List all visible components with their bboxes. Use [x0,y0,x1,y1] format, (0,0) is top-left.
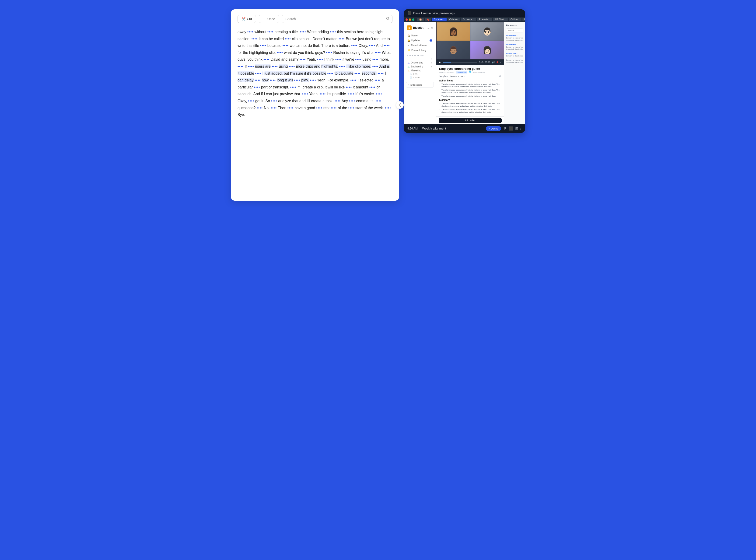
tab-home[interactable]: 🏠 [417,18,424,21]
dot-separator: •••• [285,37,291,41]
comment-body-3: Contrary to classical se [506,55,523,57]
dot-separator: •••• [320,92,326,96]
collection-ppc[interactable]: 📄 PPC [406,73,434,76]
dot-separator: •••• [252,37,258,41]
dot-separator: •••• [289,64,295,68]
dot-separator: •••• [375,99,381,103]
dot-separator: •••• [335,57,341,61]
collection-onboarding[interactable]: ☁ Onboarding ▸ [406,61,434,65]
left-panel: ✂️ Cut ← Undo [231,9,399,201]
document-tag: Onboarding [456,71,467,74]
toolbar: ✂️ Cut ← Undo [238,15,393,23]
expand-arrow: ▸ [431,62,432,64]
progress-fill [443,62,451,62]
tab-collide[interactable]: Collide... [509,18,521,21]
search-wrapper [282,15,393,23]
bottom-controls: Active 🎙 ⬛ ⊞ › [486,126,521,131]
app-name: Bluedot [413,26,423,29]
undo-icon: ← [263,17,266,21]
tab-lpbluet[interactable]: LP Bluet... [493,18,508,21]
tab-screen[interactable]: Screen s... [461,18,476,21]
dot-separator: •••• [348,92,354,96]
tab-bookmark[interactable]: 🔖 [425,18,431,21]
collection-content[interactable]: 📄 Content [406,76,434,79]
chevron-down-icon[interactable]: ▾ [464,75,465,78]
person-3: 👨🏽 [437,41,470,59]
highlight-text: I [262,72,263,75]
expand-video-icon[interactable]: ⤢ [500,61,502,63]
updates-icon: 🔔 [407,39,410,42]
add-collection-icon[interactable]: + [431,58,432,60]
highlight-text: long it will [277,78,293,82]
tab-onboard[interactable]: Onboard [447,18,460,21]
sidebar-item-library[interactable]: 📁 Private Library [406,48,434,53]
collections-title: Collections [406,53,434,57]
mic-icon[interactable]: 🎙 [503,126,507,131]
active-dot [489,128,490,129]
shared-icon: ↗ [407,44,409,47]
library-label: Private Library [411,49,426,52]
highlight-text: how [262,78,268,82]
dot-separator: •••• [300,57,306,61]
nav-dot-3 [412,18,414,21]
dot-separator: •••• [287,106,294,110]
settings-icon[interactable]: ⚙ [499,75,501,78]
nav-dots [405,18,414,21]
comment-author-1: Dima Eremi... [506,34,523,36]
dot-separator: •••• [260,44,266,47]
collection-engineering[interactable]: ☁ Engineering ▸ [406,65,434,68]
highlight-text: using [279,64,288,68]
cut-button[interactable]: ✂️ Cut [238,15,256,23]
expand-handle[interactable] [396,101,404,109]
dot-separator: •••• [375,78,381,82]
undo-button[interactable]: ← Undo [259,15,279,23]
dot-separator: •••• [339,64,345,68]
tab-summar[interactable]: Summar... [432,18,446,21]
dot-separator: •••• [335,99,341,103]
comment-panel: Commen... Dima Eremi... Contrary to piec… [504,22,525,124]
dot-separator: •••• [267,30,274,34]
grid-icon[interactable]: ⊞ [515,126,518,131]
dot-separator: •••• [350,78,356,82]
collections-header: + [406,57,434,61]
comment-entry-3: Ruslan Kha... Contrary to classical se [506,52,523,57]
transcript-content: away •••• without •••• creating a title.… [238,28,393,118]
progress-bar[interactable] [443,62,477,62]
dot-separator: •••• [271,99,277,103]
sidebar-item-updates[interactable]: 🔔 Updates 1 [406,38,434,43]
sidebar-item-shared[interactable]: ↗ Shared with me [406,43,434,47]
person-2: 👨🏻 [471,22,504,41]
sidebar-item-home[interactable]: 🏠 Home [406,33,434,38]
dot-separator: •••• [331,106,337,110]
action-bullet-1: The client needs a secure and reliable p… [439,83,501,88]
meeting-title: Weekly alignment [422,127,446,130]
dot-separator: •••• [271,106,277,110]
updates-label: Updates [411,39,420,42]
dot-separator: •••• [376,92,382,96]
screen-icon[interactable]: ⬛ [509,126,513,131]
volume-icon[interactable]: 🔊 [492,61,495,63]
close-icon[interactable]: ✕ [431,26,433,29]
template-label: Template: [439,75,448,78]
invite-people-button[interactable]: + Invite people [406,82,434,88]
cut-icon: ✂️ [241,17,245,21]
tab-payment[interactable]: Payment [522,18,525,21]
search-input[interactable] [282,15,393,23]
video-grid: 👩🏾 👨🏻 👨🏽 👩🏻 [436,22,504,60]
dot-separator: •••• [316,106,322,110]
more-icon[interactable]: › [520,126,521,131]
action-bullet-2: The client needs a secure and reliable p… [439,89,501,94]
tab-extensior[interactable]: Extensior... [477,18,492,21]
svg-line-1 [389,19,390,20]
dot-separator: •••• [270,78,276,82]
collection-marketing[interactable]: ☁ Marketing [406,68,434,73]
dot-separator: •••• [327,72,334,75]
collection-icon: ☁ [407,69,410,72]
nav-dot-2 [409,18,411,21]
presenter-name: Dima Eremin (You, presenting) [413,12,455,15]
comment-search[interactable] [506,28,523,33]
dot-separator: •••• [384,44,390,47]
play-button[interactable]: ▶ [439,60,441,64]
dot-separator: •••• [370,85,375,89]
add-video-button[interactable]: Add video [439,118,502,123]
